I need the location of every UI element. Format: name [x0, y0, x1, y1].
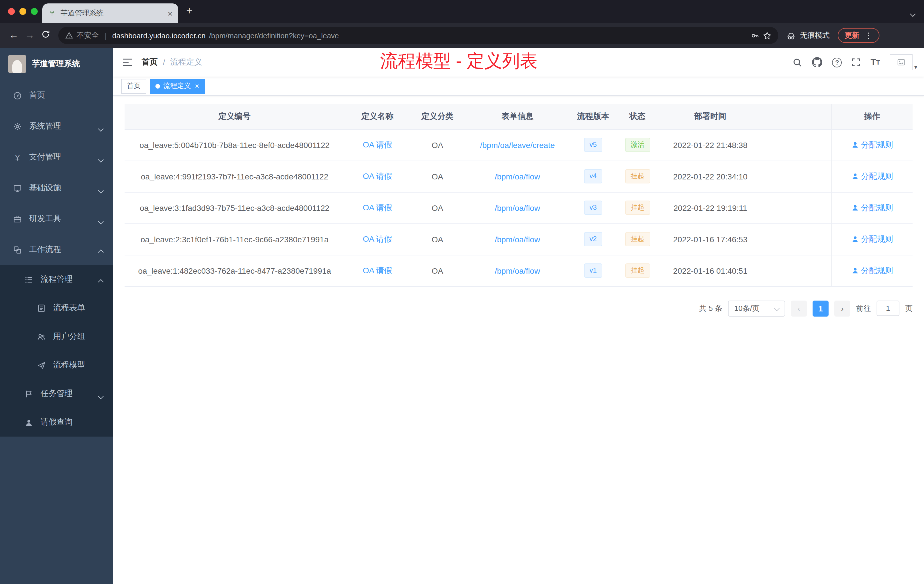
form-icon — [36, 304, 46, 312]
status-badge: 挂起 — [625, 201, 650, 215]
sidebar-item-task-mgmt[interactable]: 任务管理 — [0, 379, 113, 408]
page-size-select[interactable]: 10条/页 — [728, 300, 785, 316]
definition-name-link[interactable]: OA 请假 — [363, 266, 392, 275]
sidebar-item-process-form[interactable]: 流程表单 — [0, 294, 113, 322]
tag-home[interactable]: 首页 — [121, 79, 146, 93]
deploy-time-cell: 2022-01-22 21:48:38 — [659, 129, 762, 160]
back-button[interactable]: ← — [6, 30, 22, 41]
process-version-cell: v3 — [570, 192, 616, 223]
sidebar-item-user-group[interactable]: 用户分组 — [0, 322, 113, 351]
assign-rule-button[interactable]: 分配规则 — [851, 171, 893, 180]
tab-search-chevron-icon[interactable] — [911, 8, 915, 18]
sidebar-item-home[interactable]: 首页 — [0, 80, 113, 111]
process-version-cell: v4 — [570, 160, 616, 192]
bookmark-star-icon[interactable] — [763, 31, 771, 40]
version-badge: v4 — [584, 169, 602, 183]
new-tab-button[interactable]: + — [186, 6, 192, 16]
definition-id-cell: oa_leave:5:004b710b-7b8a-11ec-8ef0-acde4… — [125, 129, 345, 160]
assign-rule-button[interactable]: 分配规则 — [851, 203, 893, 212]
sidebar-item-process-model[interactable]: 流程模型 — [0, 351, 113, 379]
page-size-value: 10条/页 — [734, 303, 759, 313]
sidebar-item-infrastructure[interactable]: 基础设施 — [0, 173, 113, 203]
app-logo[interactable]: 芋道管理系统 — [0, 48, 113, 80]
forward-button[interactable]: → — [22, 30, 38, 41]
window-minimize-button[interactable] — [20, 8, 26, 15]
version-badge: v5 — [584, 138, 602, 152]
form-info-link[interactable]: /bpm/oa/leave/create — [480, 140, 555, 149]
user-menu[interactable]: ▾ — [890, 54, 917, 70]
browser-tab[interactable]: 芋道管理系统 × — [42, 3, 178, 23]
tag-close-icon[interactable]: × — [195, 82, 199, 90]
definition-table: 定义编号定义名称定义分类表单信息流程版本状态部署时间操作 oa_leave:5:… — [125, 104, 912, 287]
main-panel: 首页 / 流程定义 ? TT — [113, 48, 924, 584]
address-bar[interactable]: 不安全 | dashboard.yudao.iocoder.cn/bpm/man… — [58, 27, 778, 44]
definition-category-cell: OA — [410, 192, 465, 223]
monitor-icon — [13, 184, 22, 192]
sidebar-item-system[interactable]: 系统管理 — [0, 111, 113, 142]
github-icon[interactable] — [812, 57, 823, 68]
definition-name-link[interactable]: OA 请假 — [363, 171, 392, 180]
column-header-4: 流程版本 — [570, 104, 616, 129]
sidebar-item-devtools[interactable]: 研发工具 — [0, 203, 113, 234]
sidebar-item-process-mgmt[interactable]: 流程管理 — [0, 265, 113, 294]
tab-close-icon[interactable]: × — [167, 9, 173, 17]
definition-id-cell: oa_leave:3:1fad3d93-7b75-11ec-a3c8-acde4… — [125, 192, 345, 223]
reload-button[interactable] — [38, 30, 54, 41]
font-size-icon[interactable]: TT — [871, 57, 880, 68]
update-button[interactable]: 更新 ⋮ — [838, 28, 879, 43]
sidebar-item-label: 研发工具 — [29, 214, 61, 224]
incognito-badge: 无痕模式 — [786, 30, 830, 41]
help-icon[interactable]: ? — [832, 58, 842, 67]
url-domain: dashboard.yudao.iocoder.cn — [112, 31, 206, 40]
assign-rule-button[interactable]: 分配规则 — [851, 140, 893, 149]
assign-rule-button[interactable]: 分配规则 — [851, 266, 893, 275]
definition-name-link[interactable]: OA 请假 — [363, 203, 392, 212]
definition-name-cell: OA 请假 — [345, 192, 410, 223]
action-cell: 分配规则 — [832, 255, 912, 286]
window-zoom-button[interactable] — [31, 8, 38, 15]
version-badge: v2 — [584, 232, 602, 246]
page-1-button[interactable]: 1 — [813, 300, 828, 316]
incognito-icon — [786, 31, 796, 40]
deploy-time-cell: 2022-01-16 01:40:51 — [659, 255, 762, 286]
tags-view-bar: 首页 流程定义 × — [113, 77, 924, 96]
table-row: oa_leave:3:1fad3d93-7b75-11ec-a3c8-acde4… — [125, 192, 912, 223]
sidebar-item-payment[interactable]: ¥支付管理 — [0, 142, 113, 173]
chevron-down-icon — [99, 391, 103, 400]
sidebar-item-workflow[interactable]: 工作流程 — [0, 234, 113, 265]
fullscreen-icon[interactable] — [852, 58, 861, 67]
search-icon[interactable] — [793, 58, 803, 67]
chevron-down-icon — [99, 124, 103, 133]
form-info-link[interactable]: /bpm/oa/flow — [495, 266, 540, 275]
assign-rule-button[interactable]: 分配规则 — [851, 234, 893, 243]
table-row: oa_leave:5:004b710b-7b8a-11ec-8ef0-acde4… — [125, 129, 912, 160]
form-info-link[interactable]: /bpm/oa/flow — [495, 172, 540, 181]
app-title: 芋道管理系统 — [32, 59, 80, 69]
deploy-time-cell: 2022-01-22 20:34:10 — [659, 160, 762, 192]
prev-page-button[interactable]: ‹ — [791, 300, 807, 316]
browser-window: 芋道管理系统 × + ← → 不安全 | dashboard.yudao.ioc… — [0, 0, 924, 584]
sidebar-item-leave-query[interactable]: 请假查询 — [0, 408, 113, 437]
site-favicon-icon — [48, 9, 56, 17]
status-badge: 挂起 — [625, 264, 650, 278]
breadcrumb-home[interactable]: 首页 — [142, 57, 158, 68]
next-page-button[interactable]: › — [834, 300, 850, 316]
form-info-link[interactable]: /bpm/oa/flow — [495, 203, 540, 212]
avatar[interactable] — [890, 54, 912, 70]
window-close-button[interactable] — [8, 8, 15, 15]
definition-name-link[interactable]: OA 请假 — [363, 140, 392, 149]
definition-category-cell: OA — [410, 223, 465, 255]
hamburger-icon[interactable] — [113, 58, 142, 67]
tree-icon — [24, 275, 34, 284]
goto-page-input[interactable] — [876, 300, 899, 316]
status-cell: 挂起 — [616, 255, 659, 286]
password-key-icon[interactable] — [751, 31, 759, 40]
tag-process-definition[interactable]: 流程定义 × — [150, 79, 205, 93]
action-cell: 分配规则 — [832, 160, 912, 192]
menu-kebab-icon[interactable]: ⋮ — [865, 31, 873, 40]
process-version-cell: v1 — [570, 255, 616, 286]
chevron-down-icon — [99, 185, 103, 194]
definition-name-link[interactable]: OA 请假 — [363, 234, 392, 243]
deploy-time-cell: 2022-01-16 17:46:53 — [659, 223, 762, 255]
form-info-link[interactable]: /bpm/oa/flow — [495, 234, 540, 244]
